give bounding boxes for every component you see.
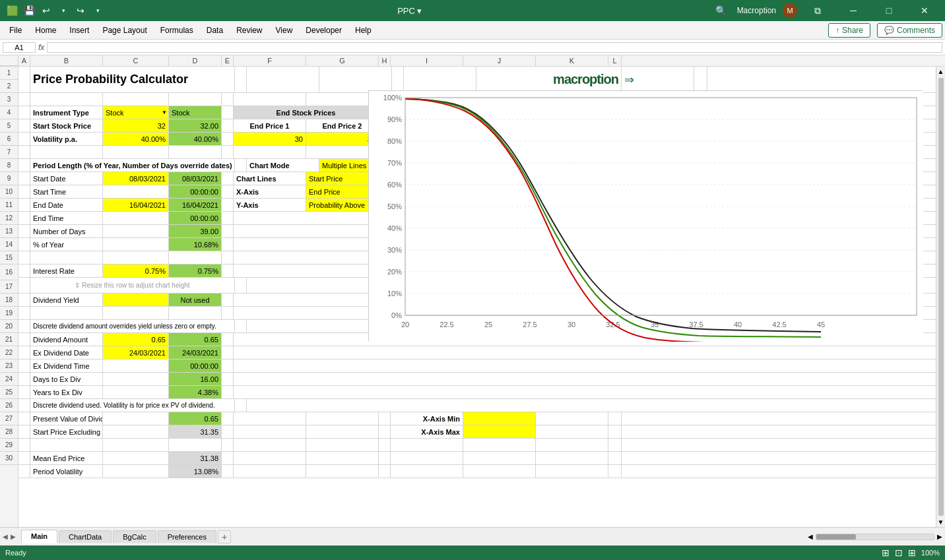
cell-a13	[18, 238, 30, 251]
row-num-6[interactable]: 6	[0, 133, 18, 146]
col-header-i[interactable]: I	[391, 55, 463, 66]
nav-prev[interactable]: ◀	[3, 533, 8, 540]
row-num-12[interactable]: 12	[0, 212, 18, 225]
row-num-7[interactable]: 7	[0, 146, 18, 159]
row-num-26[interactable]: 26	[0, 399, 18, 412]
row-num-21[interactable]: 21	[0, 333, 18, 346]
row-num-16[interactable]: 16	[0, 264, 18, 280]
instrument-type-dropdown[interactable]: Stock ▼	[103, 106, 169, 119]
cell-c11	[103, 212, 169, 224]
col-header-c[interactable]: C	[103, 55, 169, 66]
cell-b18	[30, 307, 103, 319]
tab-preferences[interactable]: Preferences	[158, 530, 216, 543]
redo-icon[interactable]: ↪	[74, 4, 87, 17]
tab-chartdata[interactable]: ChartData	[59, 530, 112, 543]
interest-rate-input[interactable]: 0.75%	[103, 264, 169, 277]
row-num-4[interactable]: 4	[0, 106, 18, 119]
end-price-1-input[interactable]: 30	[234, 133, 306, 145]
menu-developer[interactable]: Developer	[299, 23, 348, 38]
volatility-input[interactable]: 40.00%	[103, 133, 169, 145]
scroll-h-left[interactable]: ◀	[808, 533, 813, 540]
start-stock-price-label: Start Stock Price	[30, 119, 103, 132]
row-num-18[interactable]: 18	[0, 294, 18, 307]
start-date-input[interactable]: 08/03/2021	[103, 172, 169, 185]
col-header-f[interactable]: F	[234, 55, 306, 66]
row-num-15[interactable]: 15	[0, 251, 18, 264]
col-header-g[interactable]: G	[306, 55, 379, 66]
row-num-10[interactable]: 10	[0, 185, 18, 199]
search-icon[interactable]: 🔍	[715, 5, 727, 16]
menu-file[interactable]: File	[3, 23, 28, 38]
start-stock-price-input[interactable]: 32	[103, 119, 169, 132]
menu-page-layout[interactable]: Page Layout	[96, 23, 153, 38]
customize-qat[interactable]: ▾	[91, 4, 104, 17]
col-header-b[interactable]: B	[30, 55, 103, 66]
cell-e13	[222, 238, 234, 251]
dividend-amount-input[interactable]: 0.65	[103, 333, 169, 346]
cell-a24	[18, 386, 30, 398]
col-header-l[interactable]: L	[608, 55, 622, 66]
scroll-h-right[interactable]: ▶	[937, 533, 942, 540]
menu-home[interactable]: Home	[28, 23, 63, 38]
start-time-label: Start Time	[30, 185, 103, 198]
menu-view[interactable]: View	[269, 23, 300, 38]
cell-reference-box[interactable]	[3, 42, 36, 53]
row-num-13[interactable]: 13	[0, 225, 18, 238]
undo-dropdown[interactable]: ▾	[57, 4, 70, 17]
row-num-29[interactable]: 29	[0, 439, 18, 452]
tab-main[interactable]: Main	[21, 530, 57, 544]
row-num-17[interactable]: 17	[0, 280, 18, 294]
save-icon[interactable]: 💾	[22, 4, 36, 17]
menu-review[interactable]: Review	[230, 23, 269, 38]
minimize-btn[interactable]: ─	[838, 0, 868, 21]
tab-bgcalc[interactable]: BgCalc	[113, 530, 156, 543]
menu-help[interactable]: Help	[348, 23, 378, 38]
dividend-yield-input[interactable]	[103, 294, 169, 306]
row-num-1[interactable]: 1	[0, 67, 18, 80]
col-header-e[interactable]: E	[222, 55, 234, 66]
end-date-input[interactable]: 16/04/2021	[103, 199, 169, 211]
undo-icon[interactable]: ↩	[40, 4, 53, 17]
comments-icon: 💬	[884, 26, 894, 35]
vertical-scrollbar[interactable]: ▲ ▼	[936, 67, 945, 527]
menu-formulas[interactable]: Formulas	[154, 23, 200, 38]
menu-insert[interactable]: Insert	[63, 23, 96, 38]
col-header-a[interactable]: A	[18, 55, 30, 66]
row-num-23[interactable]: 23	[0, 359, 18, 373]
col-header-d[interactable]: D	[169, 55, 222, 66]
row-num-2[interactable]: 2	[0, 80, 18, 93]
col-header-k[interactable]: K	[536, 55, 608, 66]
row-num-5[interactable]: 5	[0, 119, 18, 133]
cell-a28	[18, 439, 30, 451]
row-num-30[interactable]: 30	[0, 452, 18, 465]
row-num-9[interactable]: 9	[0, 172, 18, 185]
formula-input[interactable]	[47, 42, 942, 53]
col-header-h[interactable]: H	[379, 55, 391, 66]
row-num-20[interactable]: 20	[0, 320, 18, 333]
row-num-8[interactable]: 8	[0, 159, 18, 172]
add-sheet-button[interactable]: +	[218, 530, 231, 544]
x-axis-min-input[interactable]	[463, 412, 536, 425]
maximize-btn[interactable]: □	[874, 0, 904, 21]
x-axis-max-input[interactable]	[463, 425, 536, 438]
row-num-19[interactable]: 19	[0, 307, 18, 320]
col-header-j[interactable]: J	[463, 55, 536, 66]
menu-data[interactable]: Data	[200, 23, 230, 38]
cell-h26	[379, 412, 391, 425]
row-num-25[interactable]: 25	[0, 386, 18, 399]
row-num-28[interactable]: 28	[0, 425, 18, 439]
cell-g27	[306, 425, 379, 438]
restore-window-btn[interactable]: ⧉	[802, 0, 833, 21]
row-num-3[interactable]: 3	[0, 93, 18, 106]
nav-next[interactable]: ▶	[11, 533, 16, 540]
share-button[interactable]: ↑ Share	[828, 23, 870, 38]
ex-div-date-input[interactable]: 24/03/2021	[103, 346, 169, 359]
row-num-14[interactable]: 14	[0, 238, 18, 251]
cell-e27	[222, 425, 234, 438]
close-btn[interactable]: ✕	[909, 0, 940, 21]
row-num-22[interactable]: 22	[0, 346, 18, 359]
comments-button[interactable]: 💬 Comments	[877, 23, 942, 38]
row-num-11[interactable]: 11	[0, 199, 18, 212]
row-num-27[interactable]: 27	[0, 412, 18, 425]
row-num-24[interactable]: 24	[0, 373, 18, 386]
